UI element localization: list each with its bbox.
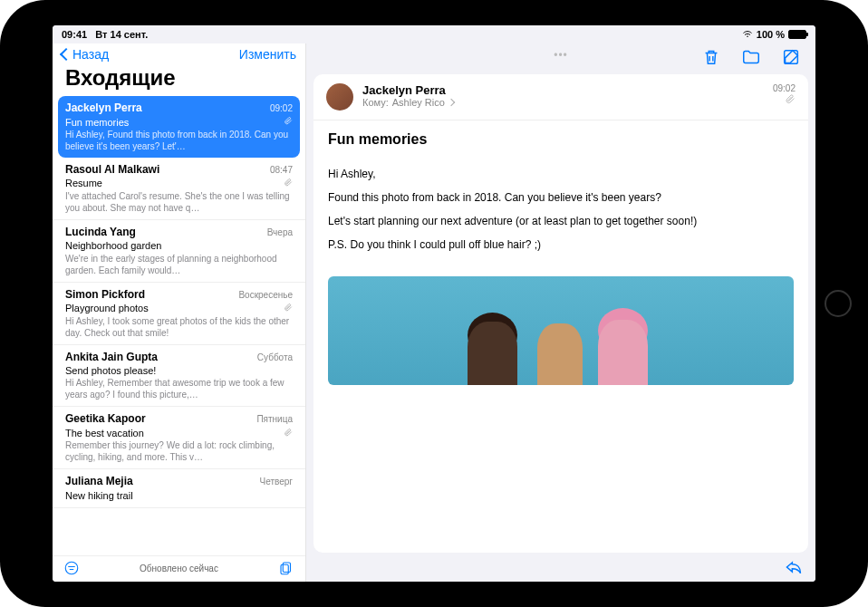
to-name: Ashley Rico <box>392 97 445 108</box>
mail-item[interactable]: Ankita Jain GuptaСубботаSend photos plea… <box>53 345 305 408</box>
mail-preview: Hi Ashley, Remember that awesome trip we… <box>65 377 293 400</box>
mail-preview: Hi Ashley, Found this photo from back in… <box>65 129 293 152</box>
mailbox-sidebar: Назад Изменить Входящие Jackelyn Perra09… <box>53 43 306 582</box>
chevron-right-icon <box>448 99 455 106</box>
mail-sender: Jackelyn Perra <box>65 101 142 116</box>
mail-sender: Ankita Jain Gupta <box>65 351 158 365</box>
message-detail-pane: ••• Jackelyn Per <box>306 43 815 582</box>
to-field[interactable]: Кому: Ashley Rico <box>362 97 764 108</box>
svg-rect-2 <box>281 564 288 574</box>
body-paragraph: P.S. Do you think I could pull off blue … <box>328 236 794 253</box>
mail-subject: Send photos please! <box>65 364 156 377</box>
mail-subject: New hiking trail <box>65 489 133 502</box>
paperclip-icon <box>284 303 293 314</box>
mail-subject: Fun memories <box>65 116 129 129</box>
reply-button[interactable] <box>785 558 803 576</box>
mail-time: Вчера <box>267 226 293 238</box>
battery-percent: 100 % <box>757 29 785 40</box>
message-time: 09:02 <box>773 83 796 93</box>
home-button[interactable] <box>825 290 852 317</box>
message-meta: Jackelyn Perra Кому: Ashley Rico <box>362 83 764 108</box>
mail-sender: Lucinda Yang <box>65 226 136 240</box>
battery-icon <box>788 30 806 39</box>
sender-avatar[interactable] <box>326 83 353 111</box>
photo-attachment[interactable] <box>328 276 794 385</box>
mail-item[interactable]: Jackelyn Perra09:02Fun memoriesHi Ashley… <box>58 96 300 158</box>
mail-subject: Resume <box>65 177 102 189</box>
mail-item[interactable]: Rasoul Al Malkawi08:47ResumeI've attache… <box>53 158 305 220</box>
edit-button[interactable]: Изменить <box>239 47 296 62</box>
mail-preview: Remember this journey? We did a lot: roc… <box>65 439 293 463</box>
status-time: 09:41 <box>62 29 87 40</box>
sidebar-nav: Назад Изменить <box>53 43 305 63</box>
status-left: 09:41 Вт 14 сент. <box>62 29 148 40</box>
status-right: 100 % <box>742 29 806 40</box>
filter-button[interactable] <box>63 560 80 576</box>
attachment-indicator-icon <box>773 93 796 106</box>
sidebar-footer: Обновлено сейчас <box>53 555 305 582</box>
from-name[interactable]: Jackelyn Perra <box>362 83 764 97</box>
chevron-left-icon <box>60 48 72 61</box>
mail-item[interactable]: Geetika KapoorПятницаThe best vacationRe… <box>53 407 305 469</box>
mail-item[interactable]: Lucinda YangВчераNeighborhood gardenWe'r… <box>53 220 305 283</box>
status-bar: 09:41 Вт 14 сент. 100 % <box>53 25 815 43</box>
mail-time: Пятница <box>256 413 293 425</box>
message-header: Jackelyn Perra Кому: Ashley Rico 09:02 <box>313 74 808 120</box>
back-button[interactable]: Назад <box>62 47 109 62</box>
back-label: Назад <box>72 47 109 62</box>
message-body: Hi Ashley, Found this photo from back in… <box>313 155 808 264</box>
paperclip-icon <box>284 116 293 128</box>
status-date: Вт 14 сент. <box>95 29 148 40</box>
mail-item[interactable]: Juliana MejiaЧетвергNew hiking trail <box>53 469 305 508</box>
ipad-frame: 09:41 Вт 14 сент. 100 % Назад Изменить <box>0 0 868 607</box>
mail-sender: Geetika Kapoor <box>65 412 146 427</box>
mail-list[interactable]: Jackelyn Perra09:02Fun memoriesHi Ashley… <box>53 96 305 555</box>
move-folder-button[interactable] <box>741 47 761 67</box>
mail-preview: I've attached Carol's resume. She's the … <box>65 190 293 214</box>
svg-point-0 <box>65 562 78 574</box>
mail-preview: We're in the early stages of planning a … <box>65 253 293 276</box>
screen: 09:41 Вт 14 сент. 100 % Назад Изменить <box>53 25 815 582</box>
detail-footer <box>306 553 815 582</box>
body-paragraph: Hi Ashley, <box>328 166 794 182</box>
wifi-icon <box>742 29 753 40</box>
mail-sender: Juliana Mejia <box>65 475 133 489</box>
message-card: Jackelyn Perra Кому: Ashley Rico 09:02 <box>313 74 808 553</box>
mail-subject: Neighborhood garden <box>65 239 161 252</box>
compose-button[interactable] <box>781 47 801 67</box>
mail-sender: Simon Pickford <box>65 288 145 303</box>
mail-time: Четверг <box>260 476 293 487</box>
paperclip-icon <box>284 178 293 189</box>
drag-handle-icon[interactable]: ••• <box>554 49 568 62</box>
mail-time: 08:47 <box>270 164 293 176</box>
svg-rect-1 <box>283 563 290 573</box>
to-label: Кому: <box>362 97 389 108</box>
sync-status: Обновлено сейчас <box>140 564 218 573</box>
mail-sender: Rasoul Al Malkawi <box>65 163 159 178</box>
body-paragraph: Found this photo from back in 2018. Can … <box>328 189 794 206</box>
inbox-title: Входящие <box>53 63 305 96</box>
message-subject: Fun memories <box>313 120 808 155</box>
app-content: Назад Изменить Входящие Jackelyn Perra09… <box>53 43 815 582</box>
mail-preview: Hi Ashley, I took some great photos of t… <box>65 315 293 339</box>
paperclip-icon <box>284 428 293 439</box>
trash-button[interactable] <box>701 47 721 67</box>
mail-time: 09:02 <box>270 102 293 114</box>
mail-item[interactable]: Simon PickfordВоскресеньеPlayground phot… <box>53 283 305 345</box>
mail-subject: Playground photos <box>65 302 149 314</box>
mail-time: Воскресенье <box>238 289 293 301</box>
mail-subject: The best vacation <box>65 427 144 439</box>
mail-time: Суббота <box>257 352 293 363</box>
message-header-right: 09:02 <box>773 83 796 106</box>
body-paragraph: Let's start planning our next adventure … <box>328 213 794 229</box>
copy-button[interactable] <box>278 560 294 576</box>
